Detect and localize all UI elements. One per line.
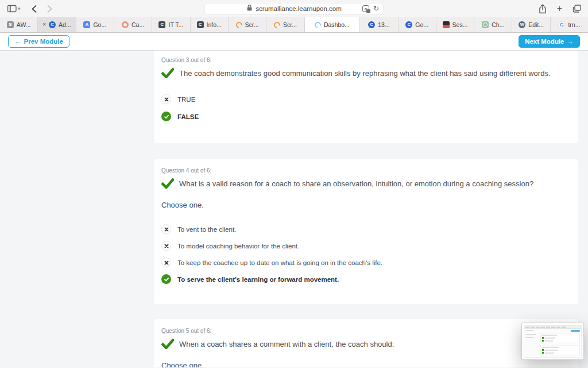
tab-overview-icon[interactable]	[572, 5, 581, 13]
address-bar-container: scrumalliance.learnupon.com a ↻	[76, 3, 512, 15]
forward-icon[interactable]	[47, 5, 53, 13]
close-tab-icon[interactable]: ×	[42, 22, 46, 28]
tab-bar: S AW... × C Ad... A Go... Ca... C IT T..…	[0, 17, 588, 33]
lock-icon	[246, 3, 253, 14]
incorrect-x-icon	[161, 94, 171, 104]
browser-toolbar: ▾ scrumalliance.learnupon.com a ↻ +	[0, 0, 588, 17]
incorrect-x-icon	[161, 258, 171, 267]
c-dark-favicon: C	[197, 21, 204, 28]
answer-option-incorrect[interactable]: To keep the coachee up to date on what i…	[161, 258, 568, 267]
wordpress-favicon: W	[519, 21, 525, 28]
answer-option-incorrect[interactable]: TRUE	[161, 94, 568, 104]
prev-module-button[interactable]: ← Prev Module	[8, 35, 69, 48]
answer-option-incorrect[interactable]: To model coaching behavior for the clien…	[161, 241, 568, 251]
browser-tab-go-2[interactable]: C Go...	[399, 17, 436, 32]
correct-check-icon	[161, 178, 174, 191]
google-favicon: G	[558, 21, 565, 28]
translate-icon[interactable]: a	[362, 5, 369, 12]
left-arrow-icon: ←	[14, 38, 21, 45]
chevron-down-icon[interactable]: ▾	[18, 6, 21, 12]
scrum-orange-favicon	[234, 20, 243, 29]
browser-tab-scr-2[interactable]: Scr...	[266, 17, 304, 32]
scrum-orange-favicon	[273, 20, 281, 29]
question-number-label: Question 3 out of 6:	[161, 57, 568, 63]
correct-circle-check-icon	[161, 112, 171, 121]
browser-tab-ca[interactable]: Ca...	[114, 17, 152, 32]
correct-check-icon	[161, 339, 174, 351]
choose-one-prompt: Choose one.	[161, 201, 568, 209]
choose-one-prompt: Choose one.	[161, 361, 568, 367]
answer-option-correct[interactable]: To serve the client's learning or forwar…	[161, 274, 568, 284]
c-blue-favicon: C	[368, 21, 375, 28]
browser-tab-edit[interactable]: W Edit...	[512, 17, 550, 32]
mini-body	[524, 332, 581, 356]
nav-left-group: ▾	[7, 5, 76, 13]
answer-option-incorrect[interactable]: To vent to the client.	[161, 224, 568, 234]
browser-tab-ses[interactable]: Ses...	[436, 17, 474, 32]
coral-ring-favicon	[122, 21, 129, 28]
answer-option-correct[interactable]: FALSE	[161, 112, 568, 121]
question-card-3: Question 3 out of 6: The coach demonstra…	[154, 51, 578, 143]
question-text: The coach demonstrates good communicatio…	[179, 67, 551, 79]
question-text: What is a valid reason for a coach to sh…	[179, 178, 533, 189]
translate-favicon: A	[83, 21, 90, 28]
learnupon-favicon	[314, 20, 322, 29]
new-tab-icon[interactable]: +	[557, 3, 562, 14]
next-module-button[interactable]: Next Module →	[519, 35, 580, 48]
url-text: scrumalliance.learnupon.com	[256, 5, 342, 12]
dark-red-favicon	[443, 21, 450, 28]
mini-content	[540, 333, 580, 355]
browser-tab-info[interactable]: C Info...	[191, 17, 229, 32]
nav-right-group: +	[512, 3, 581, 14]
incorrect-x-icon	[161, 224, 171, 234]
screenshot-preview-thumbnail[interactable]	[521, 323, 584, 360]
browser-tab-scr-1[interactable]: Scr...	[229, 17, 266, 32]
quiz-content-area: Question 3 out of 6: The coach demonstra…	[0, 51, 588, 367]
browser-tab-aw[interactable]: S AW...	[0, 17, 38, 32]
browser-tab-ch[interactable]: Ch...	[474, 17, 512, 32]
browser-tab-ad[interactable]: × C Ad...	[38, 17, 76, 32]
green-flower-favicon	[482, 21, 489, 28]
browser-tab-go-translate[interactable]: A Go...	[76, 17, 114, 32]
correct-circle-check-icon	[161, 274, 171, 284]
module-nav-bar: ← Prev Module Next Module →	[0, 33, 588, 51]
screenshot-preview-content	[524, 325, 582, 358]
incorrect-x-icon	[161, 241, 171, 251]
c-blue-favicon: C	[405, 21, 412, 28]
question-text: When a coach shares a comment with a cli…	[179, 338, 394, 350]
s-favicon: S	[7, 21, 14, 28]
sidebar-toggle-icon[interactable]	[7, 5, 17, 13]
question-number-label: Question 5 out of 6:	[161, 328, 568, 334]
reload-icon[interactable]: ↻	[373, 5, 379, 13]
browser-tab-13[interactable]: C 13...	[360, 17, 398, 32]
correct-check-icon	[161, 68, 174, 80]
browser-tab-it[interactable]: C IT T...	[152, 17, 190, 32]
mini-sidebar	[525, 333, 539, 355]
question-card-5: Question 5 out of 6: When a coach shares…	[154, 319, 578, 367]
question-number-label: Question 4 out of 6:	[161, 167, 568, 174]
back-icon[interactable]	[31, 5, 37, 13]
question-card-4: Question 4 out of 6: What is a valid rea…	[154, 159, 578, 304]
c-dark-favicon: C	[158, 21, 165, 28]
right-arrow-icon: →	[567, 38, 574, 45]
browser-tab-dashboard-active[interactable]: Dashbo...	[305, 17, 361, 32]
address-bar[interactable]: scrumalliance.learnupon.com a ↻	[204, 3, 384, 15]
c-blue-favicon: C	[49, 21, 56, 28]
browser-tab-trn[interactable]: G trn...	[551, 17, 588, 32]
share-icon[interactable]	[539, 4, 547, 14]
